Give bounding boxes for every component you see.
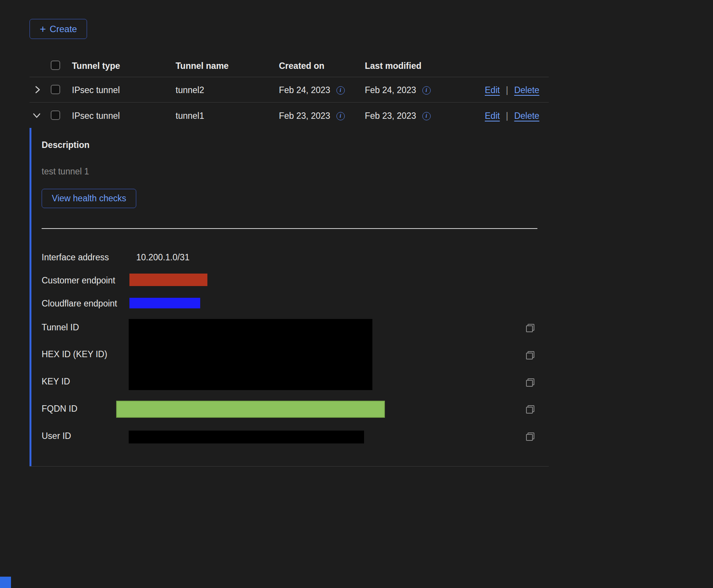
action-separator: | [506,85,508,95]
delete-link[interactable]: Delete [514,85,539,95]
user-id-label: User ID [42,431,71,441]
last-modified-text: Feb 24, 2023 [365,85,416,95]
cloudflare-endpoint-label: Cloudflare endpoint [42,299,117,309]
created-on-text: Feb 23, 2023 [279,111,330,121]
header-tunnel-name: Tunnel name [176,61,229,71]
created-on-cell: Feb 23, 2023 i [279,111,345,121]
tunnel-id-label: Tunnel ID [42,322,79,333]
interface-address-label: Interface address [42,252,109,263]
copy-icon[interactable] [526,405,534,414]
row-actions: Edit | Delete [485,111,539,121]
row-checkbox[interactable] [51,85,60,94]
delete-link[interactable]: Delete [514,111,539,121]
copy-icon[interactable] [526,432,534,441]
ids-redacted-values [129,319,372,390]
description-label: Description [42,140,90,150]
header-tunnel-type: Tunnel type [72,61,120,71]
customer-endpoint-label: Customer endpoint [42,275,115,286]
copy-icon[interactable] [526,378,534,387]
expanded-row-accent-bar [30,128,31,466]
tunnel-type-cell: IPsec tunnel [72,111,120,121]
created-on-cell: Feb 24, 2023 i [279,85,345,95]
action-separator: | [506,111,508,121]
ipsec-tunnels-page: + Create Tunnel type Tunnel name Created… [0,0,713,588]
description-value: test tunnel 1 [42,166,89,177]
chevron-right-icon[interactable] [33,85,42,95]
cloudflare-endpoint-redacted-value [129,298,200,308]
last-modified-cell: Feb 23, 2023 i [365,111,431,121]
edit-link[interactable]: Edit [485,111,500,121]
last-modified-text: Feb 23, 2023 [365,111,416,121]
bottom-left-blue-square [0,577,11,588]
fqdn-id-label: FQDN ID [42,404,78,414]
info-icon[interactable]: i [336,86,345,95]
row-checkbox[interactable] [51,110,60,120]
created-on-text: Feb 24, 2023 [279,85,330,95]
copy-icon[interactable] [526,351,534,359]
key-id-label: KEY ID [42,376,70,387]
create-button[interactable]: + Create [30,19,87,39]
details-divider [42,228,537,229]
copy-icon[interactable] [526,324,534,332]
info-icon[interactable]: i [422,86,431,95]
panel-bottom-divider [30,466,549,467]
edit-link[interactable]: Edit [485,85,500,95]
hex-id-label: HEX ID (KEY ID) [42,349,107,359]
view-health-checks-button[interactable]: View health checks [42,189,136,208]
header-last-modified: Last modified [365,61,422,71]
info-icon[interactable]: i [422,112,431,120]
select-all-checkbox[interactable] [51,61,60,70]
row-actions: Edit | Delete [485,85,539,95]
info-icon[interactable]: i [336,112,345,120]
chevron-down-icon[interactable] [32,110,42,120]
customer-endpoint-redacted-value [129,274,207,286]
fqdn-id-redacted-value [116,401,385,418]
interface-address-value: 10.200.1.0/31 [136,252,190,263]
tunnel-name-cell: tunnel1 [176,111,204,121]
tunnel-name-cell: tunnel2 [176,85,204,95]
row-divider [30,102,549,103]
tunnel-type-cell: IPsec tunnel [72,85,120,95]
plus-icon: + [40,24,46,34]
last-modified-cell: Feb 24, 2023 i [365,85,431,95]
header-divider [30,77,549,77]
header-created-on: Created on [279,61,324,71]
create-button-label: Create [50,24,77,34]
user-id-redacted-value [129,431,364,443]
